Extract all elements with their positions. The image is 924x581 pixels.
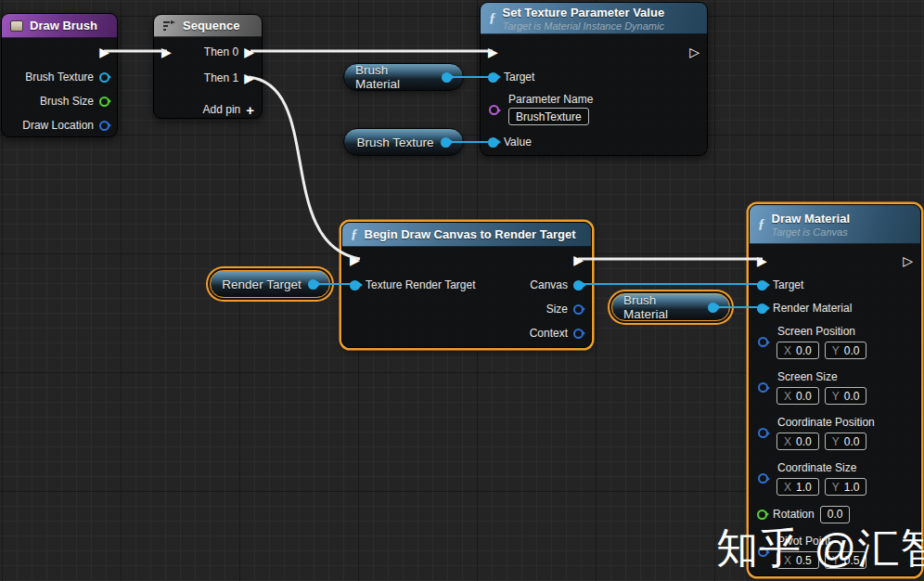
target-pin[interactable]	[488, 72, 498, 83]
canvas-pin[interactable]	[573, 280, 584, 290]
texture-render-target-pin[interactable]	[350, 280, 360, 290]
sequence-icon	[162, 20, 176, 32]
x-value-box[interactable]: X0.0	[776, 387, 819, 405]
pin-label: Brush Size	[40, 95, 94, 108]
function-icon: ƒ	[758, 217, 765, 231]
node-sequence[interactable]: Sequence ▶ Then 0 ▶ Then 1 ▶ Add pin +	[153, 14, 263, 119]
node-title: Sequence	[183, 19, 239, 32]
output-pin[interactable]	[442, 72, 452, 83]
render-material-pin[interactable]	[757, 303, 767, 314]
then-1-exec-pin[interactable]: ▶	[244, 71, 254, 84]
output-pin[interactable]	[308, 279, 318, 290]
axis-label: Y	[832, 390, 840, 403]
exec-out-pin[interactable]: ▶	[99, 45, 109, 58]
add-pin-button[interactable]: Add pin +	[203, 101, 254, 118]
output-pin[interactable]	[441, 137, 451, 148]
value-text: 0.0	[844, 344, 860, 357]
node-title: Draw Brush	[30, 19, 97, 32]
variable-label: Brush Material	[623, 293, 701, 321]
node-header[interactable]: ƒ Set Texture Parameter Value Target is …	[481, 3, 707, 34]
value-text: 0.0	[844, 435, 860, 448]
y-value-box[interactable]: Y0.0	[825, 387, 867, 405]
axis-label: X	[784, 481, 791, 494]
y-value-box[interactable]: Y0.0	[825, 342, 867, 359]
node-header[interactable]: ƒ Draw Material Target is Canvas	[750, 205, 920, 244]
axis-label: X	[784, 344, 791, 357]
y-value-box[interactable]: Y1.0	[825, 478, 867, 496]
macro-icon	[10, 20, 23, 32]
pin-label: Then 0	[204, 45, 238, 58]
pin-label: Context	[530, 327, 568, 340]
variable-label: Brush Material	[355, 63, 435, 91]
node-title: Begin Draw Canvas to Render Target	[365, 227, 576, 241]
param-label: Screen Size	[777, 370, 838, 385]
param-label: Coordinate Size	[777, 461, 856, 476]
exec-in-pin[interactable]: ▶	[161, 45, 172, 58]
brush-size-pin[interactable]	[99, 97, 109, 107]
axis-label: X	[784, 390, 791, 403]
parameter-name-field[interactable]: BrushTexture	[508, 108, 589, 125]
value-text: 0.0	[796, 435, 812, 448]
output-pin[interactable]	[708, 303, 718, 313]
pin-label: Size	[546, 303, 568, 316]
value-text: 1.0	[844, 481, 860, 494]
node-subtitle: Target is Canvas	[772, 226, 851, 238]
node-begin-draw-canvas[interactable]: ƒ Begin Draw Canvas to Render Target ▶ ▶…	[341, 222, 592, 348]
value-text: 0.0	[796, 344, 812, 357]
node-brush-texture-getter[interactable]: Brush Texture	[343, 128, 464, 156]
axis-label: Y	[832, 435, 840, 448]
then-0-exec-pin[interactable]: ▶	[244, 45, 254, 58]
x-value-box[interactable]: X1.0	[776, 478, 819, 496]
node-set-texture-parameter-value[interactable]: ƒ Set Texture Parameter Value Target is …	[480, 2, 708, 156]
pin-label: Canvas	[530, 278, 568, 291]
add-pin-label: Add pin	[203, 103, 241, 116]
x-value-box[interactable]: X0.0	[776, 342, 819, 359]
coordinate-position-pin[interactable]	[758, 428, 768, 438]
size-pin[interactable]	[573, 304, 584, 315]
node-header[interactable]: ƒ Begin Draw Canvas to Render Target	[342, 223, 591, 247]
parameter-name-pin[interactable]	[489, 105, 499, 115]
value-text: 1.0	[796, 481, 812, 494]
node-draw-brush[interactable]: Draw Brush ▶ Brush Texture Brush Size Dr…	[1, 13, 118, 137]
pin-label: Target	[773, 278, 803, 291]
function-icon: ƒ	[489, 11, 496, 25]
exec-in-pin[interactable]: ▶	[488, 45, 498, 58]
value-text: 0.0	[796, 390, 812, 403]
pin-label: Target	[504, 71, 534, 84]
y-value-box[interactable]: Y0.0	[825, 433, 867, 450]
exec-in-pin[interactable]: ▶	[757, 254, 767, 267]
value-text: 0.0	[844, 390, 860, 403]
param-label: Coordinate Position	[777, 416, 875, 431]
exec-out-pin[interactable]: ▷	[689, 45, 699, 58]
axis-label: Y	[832, 481, 840, 494]
x-value-box[interactable]: X0.0	[776, 433, 819, 450]
value-text: 0.0	[828, 508, 843, 521]
value-pin[interactable]	[488, 137, 498, 148]
draw-location-pin[interactable]	[99, 121, 109, 131]
plus-icon: +	[246, 102, 254, 118]
node-subtitle: Target is Material Instance Dynamic	[503, 20, 665, 32]
exec-out-pin[interactable]: ▶	[573, 253, 584, 266]
param-label: Screen Position	[777, 325, 855, 340]
node-header[interactable]: Sequence	[154, 15, 262, 37]
blueprint-graph-canvas[interactable]: { "colors": { "background": "#242424", "…	[0, 0, 924, 581]
node-brush-material-getter[interactable]: Brush Material	[343, 63, 464, 91]
variable-label: Brush Texture	[356, 136, 433, 149]
screen-position-pin[interactable]	[758, 337, 768, 347]
node-title: Set Texture Parameter Value	[503, 6, 665, 19]
exec-in-pin[interactable]: ▶	[350, 253, 360, 266]
rotation-pin[interactable]	[757, 510, 767, 520]
node-brush-material-getter-2[interactable]: Brush Material	[611, 293, 730, 321]
pin-label: Rotation	[773, 508, 815, 521]
pin-label: Draw Location	[22, 119, 94, 132]
watermark: 知乎 @汇智网	[716, 521, 924, 576]
node-render-target-getter[interactable]: Render Target	[210, 270, 330, 298]
target-pin[interactable]	[757, 280, 767, 290]
node-header[interactable]: Draw Brush	[2, 14, 117, 38]
screen-size-pin[interactable]	[758, 382, 768, 393]
exec-out-pin[interactable]: ▷	[903, 254, 913, 267]
context-pin[interactable]	[573, 329, 584, 339]
pin-label: Brush Texture	[25, 71, 94, 84]
coordinate-size-pin[interactable]	[758, 473, 768, 484]
brush-texture-pin[interactable]	[99, 72, 109, 83]
